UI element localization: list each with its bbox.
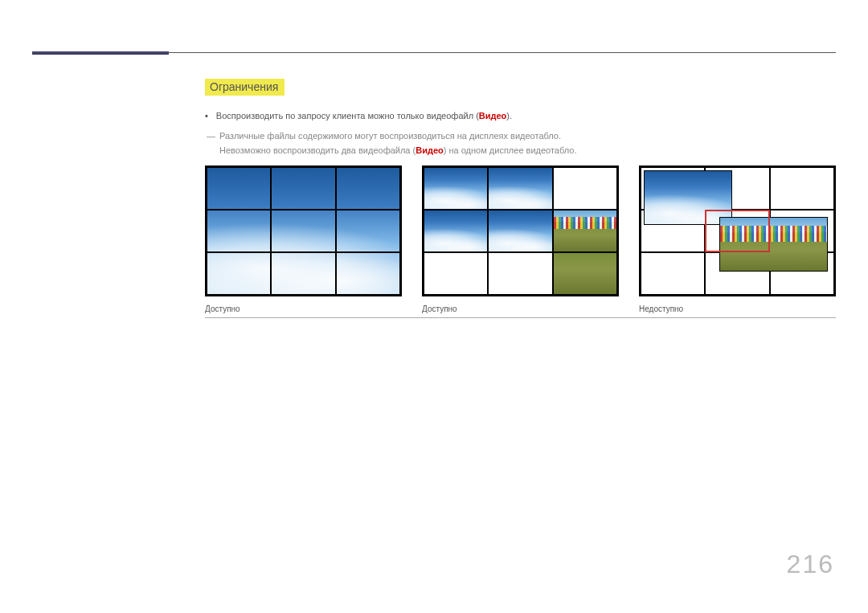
video-cell-grass: [553, 210, 617, 252]
cell: [641, 252, 705, 295]
figure-3: Недоступно: [639, 166, 836, 313]
figure-1: Доступно: [205, 166, 402, 313]
video-cell-sky: [488, 210, 552, 252]
body-text: • Воспроизводить по запросу клиента можн…: [205, 108, 836, 158]
conflict-cell: [705, 210, 769, 252]
empty-cell: [424, 252, 488, 295]
video-cell-grass: [553, 252, 617, 295]
video-cell-sky: [424, 210, 488, 252]
video-cell-sky: [488, 167, 552, 210]
videowall-grid-1: [205, 166, 402, 296]
bullet-marker: •: [205, 108, 208, 124]
videowall-grid-3: [639, 166, 836, 296]
note-line-2: Невозможно воспроизводить два видеофайла…: [219, 143, 836, 158]
empty-cell: [553, 167, 617, 210]
page-number: 216: [787, 550, 834, 579]
flags-decoration: [554, 217, 616, 229]
text-suffix: ).: [506, 111, 512, 121]
figure-caption: Доступно: [205, 304, 402, 313]
cell: [770, 167, 834, 210]
empty-cell: [488, 252, 552, 295]
figure-rule: [205, 317, 836, 318]
figure-caption: Недоступно: [639, 304, 836, 313]
figure-2: Доступно: [422, 166, 619, 313]
note-line-1: Различные файлы содержимого могут воспро…: [219, 129, 836, 144]
bullet-item: • Воспроизводить по запросу клиента можн…: [205, 108, 836, 124]
text-prefix: Воспроизводить по запросу клиента можно …: [216, 111, 479, 121]
video-cell-full: [207, 167, 400, 295]
bullet-text: Воспроизводить по запросу клиента можно …: [216, 108, 512, 124]
videowall-grid-2: [422, 166, 619, 296]
figure-caption: Доступно: [422, 304, 619, 313]
video-cell-sky: [424, 167, 488, 210]
note-block: Различные файлы содержимого могут воспро…: [219, 129, 836, 158]
header-rule: [32, 52, 836, 53]
figures-row: Доступно Доступно Недоступно: [205, 166, 836, 313]
keyword-video: Видео: [416, 145, 444, 155]
note-suffix: ) на одном дисплее видеотабло.: [444, 145, 577, 155]
content-block: Ограничения • Воспроизводить по запросу …: [205, 79, 836, 158]
keyword-video: Видео: [479, 111, 507, 121]
note-prefix: Невозможно воспроизводить два видеофайла…: [219, 145, 416, 155]
section-heading: Ограничения: [205, 79, 285, 96]
